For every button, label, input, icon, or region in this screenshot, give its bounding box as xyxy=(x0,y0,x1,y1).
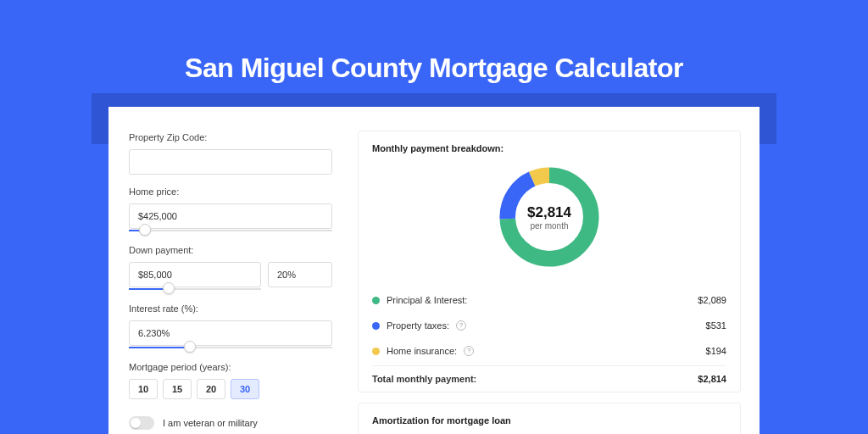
dot-icon xyxy=(372,348,380,355)
breakdown-card: Monthly payment breakdown: $2,814 per mo… xyxy=(358,131,741,392)
breakdown-title: Monthly payment breakdown: xyxy=(372,143,726,153)
down-payment-group: Down payment: xyxy=(129,245,342,292)
slider-thumb-icon[interactable] xyxy=(163,282,175,294)
down-payment-label: Down payment: xyxy=(129,245,342,255)
donut-amount: $2,814 xyxy=(527,204,571,221)
line-insurance: Home insurance: ? $194 xyxy=(372,338,726,364)
line-label: Home insurance: xyxy=(387,346,457,356)
line-taxes: Property taxes: ? $531 xyxy=(372,313,726,338)
calculator-panel: Property Zip Code: Home price: Down paym… xyxy=(108,107,760,434)
veteran-row: I am veteran or military xyxy=(129,416,342,430)
down-payment-amount-input[interactable] xyxy=(129,262,261,287)
line-total: Total monthly payment: $2,814 xyxy=(372,365,726,392)
amortization-card: Amortization for mortgage loan Amortizat… xyxy=(358,403,741,434)
donut-chart: $2,814 per month xyxy=(372,162,726,272)
slider-thumb-icon[interactable] xyxy=(139,224,151,236)
zip-label: Property Zip Code: xyxy=(129,132,342,142)
period-option-30[interactable]: 30 xyxy=(231,379,259,399)
zip-input[interactable] xyxy=(129,149,332,175)
amortization-title: Amortization for mortgage loan xyxy=(372,415,726,426)
veteran-toggle[interactable] xyxy=(129,416,154,430)
line-value: $2,089 xyxy=(698,295,726,305)
interest-rate-input[interactable] xyxy=(129,320,332,346)
period-option-20[interactable]: 20 xyxy=(197,379,225,399)
home-price-input[interactable] xyxy=(129,203,332,229)
interest-rate-group: Interest rate (%): xyxy=(129,303,342,350)
info-icon[interactable]: ? xyxy=(464,346,474,356)
slider-fill xyxy=(129,347,190,348)
zip-group: Property Zip Code: xyxy=(129,132,342,175)
veteran-label: I am veteran or military xyxy=(163,418,258,428)
breakdown-column: Monthly payment breakdown: $2,814 per mo… xyxy=(342,107,760,434)
info-icon[interactable]: ? xyxy=(456,320,466,331)
slider-track xyxy=(129,230,332,231)
period-group: Mortgage period (years): 10 15 20 30 xyxy=(129,362,342,399)
line-principal: Principal & Interest: $2,089 xyxy=(372,287,726,313)
period-segmented: 10 15 20 30 xyxy=(129,379,342,399)
page-title: San Miguel County Mortgage Calculator xyxy=(0,0,868,84)
total-value: $2,814 xyxy=(698,374,726,384)
period-option-15[interactable]: 15 xyxy=(163,379,192,399)
dot-icon xyxy=(372,297,380,304)
donut-center: $2,814 per month xyxy=(494,162,604,272)
line-value: $531 xyxy=(706,320,726,331)
slider-thumb-icon[interactable] xyxy=(184,341,196,353)
donut-subtitle: per month xyxy=(530,221,568,231)
down-payment-slider[interactable] xyxy=(129,287,261,292)
line-label: Property taxes: xyxy=(387,320,449,331)
total-label: Total monthly payment: xyxy=(372,374,476,384)
line-label: Principal & Interest: xyxy=(387,295,467,305)
line-value: $194 xyxy=(706,346,726,356)
interest-rate-label: Interest rate (%): xyxy=(129,303,342,314)
interest-rate-slider[interactable] xyxy=(129,345,332,350)
down-payment-percent-input[interactable] xyxy=(268,262,332,287)
period-label: Mortgage period (years): xyxy=(129,362,342,372)
home-price-slider[interactable] xyxy=(129,228,332,233)
home-price-label: Home price: xyxy=(129,186,342,197)
dot-icon xyxy=(372,322,380,330)
home-price-group: Home price: xyxy=(129,186,342,233)
form-column: Property Zip Code: Home price: Down paym… xyxy=(108,107,342,434)
period-option-10[interactable]: 10 xyxy=(129,379,158,399)
